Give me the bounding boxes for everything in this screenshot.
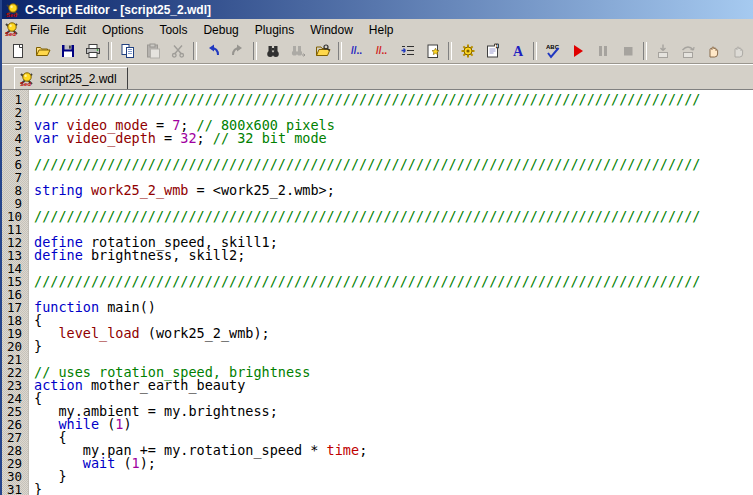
code-text[interactable]: string work25_2_wmb = <work25_2.wmb>; [28, 184, 335, 197]
scissors-icon [170, 43, 186, 59]
menu-plugins[interactable]: Plugins [247, 22, 302, 38]
code-text[interactable]: ////////////////////////////////////////… [28, 158, 700, 171]
code-text[interactable]: ////////////////////////////////////////… [28, 275, 700, 288]
document-icon[interactable]: Sed [4, 21, 20, 37]
uncomment-block-button[interactable]: //.. [370, 39, 395, 63]
indent-button[interactable] [395, 39, 420, 63]
step-over-button [675, 39, 700, 63]
code-line-8: 8string work25_2_wmb = <work25_2.wmb>; [2, 184, 753, 197]
code-line-1: 1///////////////////////////////////////… [2, 93, 753, 106]
code-line-15: 15//////////////////////////////////////… [2, 275, 753, 288]
play-icon [570, 43, 586, 59]
open-file-button[interactable] [30, 39, 55, 63]
menu-edit[interactable]: Edit [57, 22, 94, 38]
undo-button[interactable] [200, 39, 225, 63]
find-next-button [285, 39, 310, 63]
svg-text:Sed: Sed [5, 31, 16, 37]
insert-template-button[interactable] [420, 39, 445, 63]
code-text[interactable]: ////////////////////////////////////////… [28, 93, 700, 106]
comment-slashes-blue-icon: //.. [350, 43, 366, 59]
code-line-26: 26 while (1) [2, 418, 753, 431]
toolbar-separator [448, 42, 452, 60]
abc-check-icon: ABC [545, 43, 561, 59]
print-button[interactable] [80, 39, 105, 63]
binoculars-next-icon [290, 43, 306, 59]
code-text[interactable]: var video_depth = 32; // 32 bit mode [28, 132, 327, 145]
page-star-icon [425, 43, 441, 59]
code-text[interactable]: action mother_earth_beauty [28, 379, 245, 392]
code-line-29: 29 wait (1); [2, 457, 753, 470]
title-bar: Sed C-Script Editor - [script25_2.wdl] [2, 0, 753, 19]
hand-icon [730, 43, 746, 59]
redo-arrow-icon [230, 43, 246, 59]
new-file-icon [10, 43, 26, 59]
svg-text:Sed: Sed [20, 81, 31, 87]
find-button[interactable] [260, 39, 285, 63]
paste-icon [145, 43, 161, 59]
step-over-icon [680, 43, 696, 59]
cscript-editor-window: Sed C-Script Editor - [script25_2.wdl] S… [0, 0, 753, 495]
code-editor[interactable]: 1///////////////////////////////////////… [2, 90, 753, 495]
open-folder-icon [35, 43, 51, 59]
toolbar-separator [338, 42, 342, 60]
tab-label: script25_2.wdl [40, 72, 117, 86]
menu-tools[interactable]: Tools [151, 22, 195, 38]
new-file-button[interactable] [5, 39, 30, 63]
code-line-17: 17function main() [2, 301, 753, 314]
save-file-button[interactable] [55, 39, 80, 63]
tab-script25_2[interactable]: Sed script25_2.wdl [14, 67, 128, 89]
menu-file[interactable]: File [22, 22, 57, 38]
toolbar-separator [643, 42, 647, 60]
menu-options[interactable]: Options [94, 22, 151, 38]
code-text[interactable]: } [28, 483, 42, 495]
printer-icon [85, 43, 101, 59]
code-line-31: 31} [2, 483, 753, 495]
page-one-icon: 1 [485, 43, 501, 59]
font-button[interactable]: A [505, 39, 530, 63]
resume-button [725, 39, 750, 63]
cut-button [165, 39, 190, 63]
window-title: C-Script Editor - [script25_2.wdl] [25, 3, 211, 17]
code-text[interactable]: ////////////////////////////////////////… [28, 210, 700, 223]
app-icon: Sed [5, 2, 21, 18]
comment-slashes-red-icon: //.. [375, 43, 391, 59]
script-file-icon: Sed [19, 71, 35, 87]
svg-text://..: //.. [351, 45, 362, 56]
menu-help[interactable]: Help [361, 22, 402, 38]
binoculars-icon [265, 43, 281, 59]
code-line-23: 23action mother_earth_beauty [2, 379, 753, 392]
svg-text:Sed: Sed [6, 12, 17, 18]
break-button[interactable] [700, 39, 725, 63]
code-text[interactable]: level_load (work25_2_wmb); [28, 327, 270, 340]
code-line-10: 10//////////////////////////////////////… [2, 210, 753, 223]
menu-debug[interactable]: Debug [195, 22, 246, 38]
code-text[interactable]: define brightness, skill2; [28, 249, 245, 262]
folder-find-icon [315, 43, 331, 59]
letter-a-icon: A [510, 43, 526, 59]
code-line-19: 19 level_load (work25_2_wmb); [2, 327, 753, 340]
code-line-30: 30 } [2, 470, 753, 483]
syntax-check-button[interactable]: ABC [540, 39, 565, 63]
find-in-files-button[interactable] [310, 39, 335, 63]
toolbar-separator [193, 42, 197, 60]
svg-text://..: //.. [376, 45, 387, 56]
run-engine-button[interactable] [455, 39, 480, 63]
toolbar-separator [253, 42, 257, 60]
step-into-button [650, 39, 675, 63]
menu-bar: Sed FileEditOptionsToolsDebugPluginsWind… [2, 19, 753, 39]
pause-icon [595, 43, 611, 59]
menu-window[interactable]: Window [302, 22, 361, 38]
code-text[interactable]: } [28, 340, 42, 353]
indent-lines-icon [400, 43, 416, 59]
copy-button[interactable] [115, 39, 140, 63]
hand-icon [705, 43, 721, 59]
redo-button [225, 39, 250, 63]
floppy-icon [60, 43, 76, 59]
comment-block-button[interactable]: //.. [345, 39, 370, 63]
code-line-4: 4var video_depth = 32; // 32 bit mode [2, 132, 753, 145]
code-text[interactable]: function main() [28, 301, 156, 314]
properties-button[interactable]: 1 [480, 39, 505, 63]
stop-icon [620, 43, 636, 59]
run-button[interactable] [565, 39, 590, 63]
stop-button [615, 39, 640, 63]
